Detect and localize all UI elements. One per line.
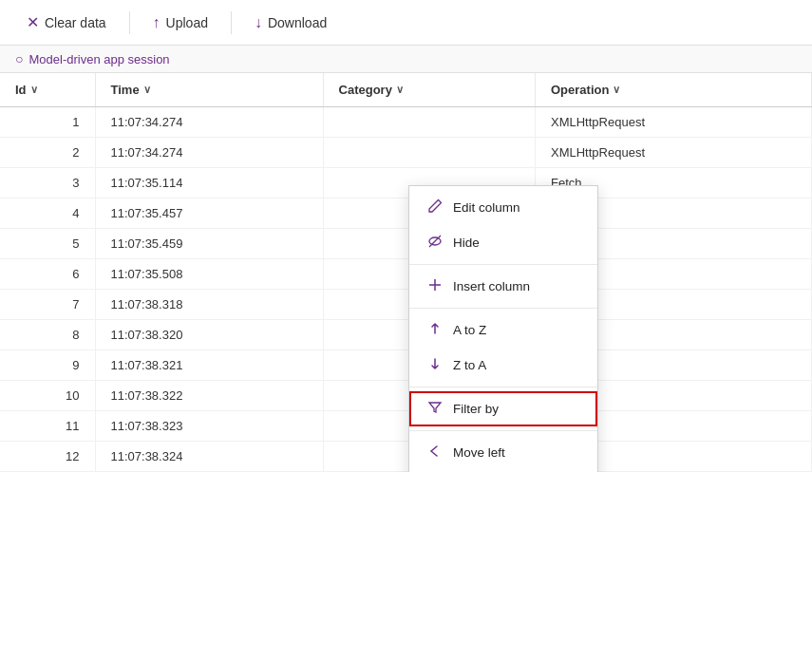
cell-time: 11:07:35.114	[95, 168, 323, 198]
cell-category	[323, 138, 535, 168]
table-row[interactable]: 2 11:07:34.274 XMLHttpRequest	[0, 138, 812, 168]
cell-time: 11:07:35.508	[95, 259, 323, 290]
cell-id: 7	[0, 290, 95, 320]
cell-id: 2	[0, 138, 95, 168]
upload-button[interactable]: ↑ Upload	[142, 9, 219, 37]
menu-item-z-to-a-label: Z to A	[453, 358, 486, 372]
cell-operation: XMLHttpRequest	[536, 107, 812, 138]
cell-time: 11:07:38.321	[95, 350, 323, 381]
menu-divider	[409, 387, 597, 387]
menu-item-hide-label: Hide	[453, 236, 480, 250]
col-operation-sort-icon: ∨	[613, 84, 620, 96]
menu-divider	[409, 308, 597, 309]
divider-2	[231, 11, 232, 34]
download-label: Download	[268, 15, 327, 30]
insert-column-icon	[426, 277, 444, 295]
upload-icon: ↑	[153, 14, 161, 31]
cell-id: 5	[0, 229, 95, 259]
a-to-z-icon	[426, 321, 444, 339]
cell-id: 4	[0, 198, 95, 229]
table-row[interactable]: 11 11:07:38.323 Fetch	[0, 411, 812, 442]
cell-time: 11:07:38.323	[95, 411, 323, 442]
edit-column-icon	[426, 198, 444, 217]
menu-divider	[409, 264, 597, 265]
col-operation-label: Operation	[551, 83, 609, 97]
hide-icon	[426, 234, 444, 252]
menu-item-move-right[interactable]: Move right	[409, 470, 597, 472]
cell-id: 9	[0, 350, 95, 381]
session-bar: ○ Model-driven app session	[0, 46, 812, 73]
cell-category	[323, 107, 535, 138]
cell-time: 11:07:38.320	[95, 320, 323, 350]
menu-item-hide[interactable]: Hide	[409, 225, 597, 260]
x-icon: ✕	[27, 13, 39, 31]
table-row[interactable]: 6 11:07:35.508 Fetch	[0, 259, 812, 290]
table-row[interactable]: 1 11:07:34.274 XMLHttpRequest	[0, 107, 812, 138]
table-row[interactable]: 7 11:07:38.318 Fetch	[0, 290, 812, 320]
menu-item-edit-column[interactable]: Edit column	[409, 190, 597, 225]
data-table: Id ∨ Time ∨ Category ∨	[0, 73, 812, 472]
cell-id: 3	[0, 168, 95, 198]
col-header-id[interactable]: Id ∨	[0, 73, 95, 107]
cell-time: 11:07:35.457	[95, 198, 323, 229]
cell-operation: XMLHttpRequest	[536, 138, 812, 168]
session-icon: ○	[15, 51, 23, 66]
toolbar: ✕ Clear data ↑ Upload ↓ Download	[0, 0, 812, 46]
table-row[interactable]: 12 11:07:38.324 Fetch	[0, 442, 812, 472]
session-label: Model-driven app session	[28, 52, 169, 66]
table-row[interactable]: 4 11:07:35.457 Fetch	[0, 198, 812, 229]
menu-item-filter-by[interactable]: Filter by	[409, 391, 597, 426]
table-container: Id ∨ Time ∨ Category ∨	[0, 73, 812, 472]
filter-by-icon	[426, 400, 444, 418]
table-row[interactable]: 10 11:07:38.322 Fetch	[0, 381, 812, 411]
cell-time: 11:07:38.318	[95, 290, 323, 320]
download-icon: ↓	[255, 14, 262, 31]
clear-data-label: Clear data	[45, 15, 106, 30]
col-time-label: Time	[111, 83, 140, 97]
cell-time: 11:07:38.324	[95, 442, 323, 472]
col-id-sort-icon: ∨	[30, 84, 38, 96]
col-category-label: Category	[339, 83, 392, 97]
col-header-category[interactable]: Category ∨	[323, 73, 535, 107]
menu-item-z-to-a[interactable]: Z to A	[409, 348, 597, 383]
cell-time: 11:07:34.274	[95, 107, 323, 138]
menu-item-insert-column[interactable]: Insert column	[409, 269, 597, 304]
download-button[interactable]: ↓ Download	[243, 9, 338, 37]
z-to-a-icon	[426, 356, 444, 374]
menu-item-edit-column-label: Edit column	[453, 200, 520, 215]
cell-id: 1	[0, 107, 95, 138]
col-time-sort-icon: ∨	[143, 84, 151, 96]
table-header-row: Id ∨ Time ∨ Category ∨	[0, 73, 812, 107]
col-header-time[interactable]: Time ∨	[95, 73, 323, 107]
cell-id: 12	[0, 442, 95, 472]
table-row[interactable]: 3 11:07:35.114 Fetch	[0, 168, 812, 198]
context-menu: Edit columnHideInsert columnA to ZZ to A…	[408, 185, 598, 472]
cell-id: 11	[0, 411, 95, 442]
menu-item-move-left-label: Move left	[453, 445, 505, 460]
col-category-sort-icon: ∨	[396, 84, 404, 96]
menu-item-a-to-z-label: A to Z	[453, 323, 486, 337]
cell-id: 8	[0, 320, 95, 350]
col-id-label: Id	[15, 83, 27, 97]
cell-time: 11:07:34.274	[95, 138, 323, 168]
cell-id: 6	[0, 259, 95, 290]
cell-time: 11:07:38.322	[95, 381, 323, 411]
move-left-icon	[426, 444, 444, 462]
menu-item-move-left[interactable]: Move left	[409, 435, 597, 470]
upload-label: Upload	[166, 15, 208, 30]
col-header-operation[interactable]: Operation ∨	[536, 73, 812, 107]
divider-1	[129, 11, 130, 34]
table-row[interactable]: 8 11:07:38.320 Fetch	[0, 320, 812, 350]
menu-item-filter-by-label: Filter by	[453, 402, 499, 416]
table-row[interactable]: 5 11:07:35.459 Fetch	[0, 229, 812, 259]
table-body: 1 11:07:34.274 XMLHttpRequest 2 11:07:34…	[0, 107, 812, 472]
menu-item-a-to-z[interactable]: A to Z	[409, 312, 597, 348]
clear-data-button[interactable]: ✕ Clear data	[15, 8, 118, 37]
table-row[interactable]: 9 11:07:38.321 Fetch	[0, 350, 812, 381]
cell-time: 11:07:35.459	[95, 229, 323, 259]
cell-id: 10	[0, 381, 95, 411]
menu-item-insert-column-label: Insert column	[453, 279, 530, 293]
menu-divider	[409, 430, 597, 431]
